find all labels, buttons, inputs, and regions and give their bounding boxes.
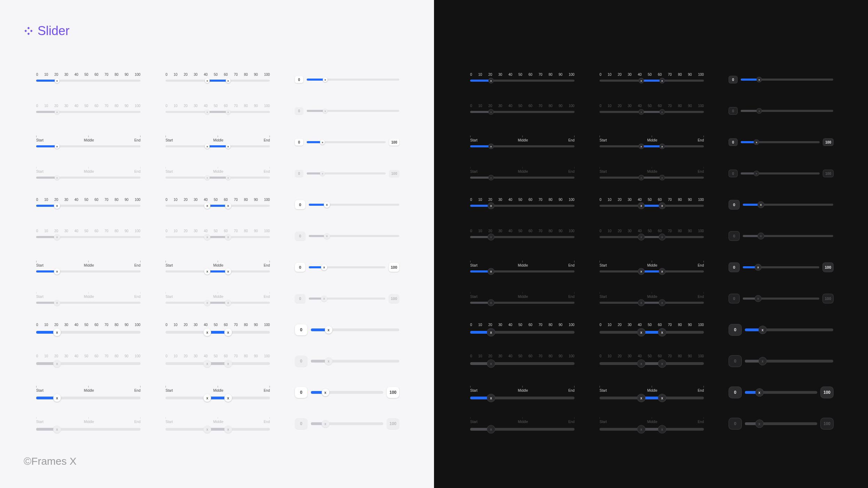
slider-track[interactable]: x [36,270,140,273]
slider-thumb[interactable]: x [321,264,327,270]
slider-thumb[interactable]: x [757,77,762,82]
slider-track[interactable]: x [36,331,140,334]
slider-track[interactable]: x [745,328,833,331]
label-start: Start [166,295,173,299]
slider-track[interactable]: x [470,331,574,334]
slider-track[interactable]: x [307,141,386,143]
slider-thumb-start[interactable]: x [637,328,645,336]
slider-thumb-start[interactable]: x [205,78,210,83]
slider-thumb[interactable]: x [55,144,59,149]
slider-thumb-end[interactable]: x [659,203,665,209]
slider-thumb[interactable]: x [755,264,761,270]
slider-thumb[interactable]: x [53,328,61,336]
slider-track[interactable]: x [470,205,574,207]
slider-track[interactable]: x [470,80,574,82]
slider-thumb[interactable]: x [758,202,764,208]
slider-thumb[interactable]: x [759,326,766,334]
slider-track[interactable]: x x [166,205,270,207]
label-start: Start [36,389,43,392]
slider-track[interactable]: x [743,266,819,268]
slider-thumb[interactable]: x [54,203,60,209]
slider-thumb-end: x [659,234,665,240]
scale-tick: 0 [470,73,472,76]
slider-thumb[interactable]: x [756,389,763,396]
slider-thumb-end[interactable]: x [224,328,232,336]
slider-md-labels-enabled-single: Start Middle End x [470,261,574,274]
slider-track[interactable]: x [309,266,385,268]
slider-track[interactable]: x x [600,205,704,207]
slider-track[interactable]: x [741,141,820,143]
slider-track[interactable]: x [309,204,399,206]
slider-track[interactable]: x [470,397,574,399]
slider-thumb-start[interactable]: x [639,78,644,83]
slider-track[interactable]: x x [600,397,704,399]
slider-thumb-start[interactable]: x [638,268,644,275]
scale-tick: 80 [678,104,682,108]
slider-track[interactable]: x x [166,80,270,82]
slider-thumb-end[interactable]: x [659,268,665,275]
slider-thumb-start[interactable]: x [639,144,644,149]
slider-track[interactable]: x [743,204,833,206]
ticklines [470,261,574,262]
slider-track[interactable]: x [745,391,817,394]
scale-tick: 90 [124,104,128,108]
scale-tick: 0 [470,229,472,233]
slider-thumb[interactable]: x [322,389,329,396]
slider-thumb[interactable]: x [488,203,494,209]
slider-track[interactable]: x [311,391,383,394]
slider-track[interactable]: x [311,328,399,331]
slider-thumb-end[interactable]: x [225,268,231,275]
slider-thumb[interactable]: x [325,326,332,334]
slider-track[interactable]: x [470,270,574,273]
slider-thumb[interactable]: x [487,328,495,336]
slider-thumb-end[interactable]: x [226,78,231,83]
slider-thumb-start[interactable]: x [204,268,210,275]
slider-track[interactable]: x x [166,145,270,147]
scale-tick: 60 [224,198,228,202]
slider-track[interactable]: x x [166,397,270,399]
slider-thumb[interactable]: x [324,202,330,208]
label-start: Start [600,389,607,392]
label-start: Start [166,420,173,424]
slider-track: x [745,360,833,363]
slider-thumb[interactable]: x [487,394,495,402]
slider-thumb-end[interactable]: x [660,78,665,83]
slider-track[interactable]: x x [600,145,704,147]
slider-track[interactable]: x [36,80,140,82]
slider-thumb[interactable]: x [489,144,493,149]
slider-thumb[interactable]: x [53,394,61,402]
slider-track[interactable]: x [470,145,574,147]
slider-thumb-end[interactable]: x [658,394,666,402]
slider-thumb-start[interactable]: x [638,203,644,209]
slider-track[interactable]: x x [600,270,704,273]
slider-track[interactable]: x [307,79,399,81]
slider-thumb[interactable]: x [55,78,59,83]
slider-thumb[interactable]: x [323,77,328,82]
slider-track[interactable]: x [741,79,833,81]
slider-thumb-start[interactable]: x [203,328,211,336]
slider-thumb[interactable]: x [320,140,325,145]
slider-thumb-start[interactable]: x [205,144,210,149]
slider-track[interactable]: x [36,397,140,399]
slider-thumb[interactable]: x [54,268,60,275]
slider-track: x [741,110,833,112]
slider-labels: Start Middle End [36,295,140,299]
slider-thumb[interactable]: x [489,78,493,83]
slider-track[interactable]: x x [166,331,270,334]
slider-thumb-end[interactable]: x [658,328,666,336]
slider-thumb-end[interactable]: x [224,394,232,402]
slider-thumb-end[interactable]: x [226,144,231,149]
slider-track[interactable]: x [36,205,140,207]
slider-thumb-end[interactable]: x [225,203,231,209]
slider-track[interactable]: x x [600,80,704,82]
label-middle: Middle [518,264,528,267]
slider-thumb[interactable]: x [488,268,494,275]
slider-thumb-start[interactable]: x [637,394,645,402]
slider-thumb-end[interactable]: x [660,144,665,149]
slider-thumb[interactable]: x [754,140,759,145]
slider-thumb-start[interactable]: x [203,394,211,402]
slider-thumb-start[interactable]: x [204,203,210,209]
slider-track[interactable]: x x [166,270,270,273]
slider-track[interactable]: x [36,145,140,147]
slider-track[interactable]: x x [600,331,704,334]
